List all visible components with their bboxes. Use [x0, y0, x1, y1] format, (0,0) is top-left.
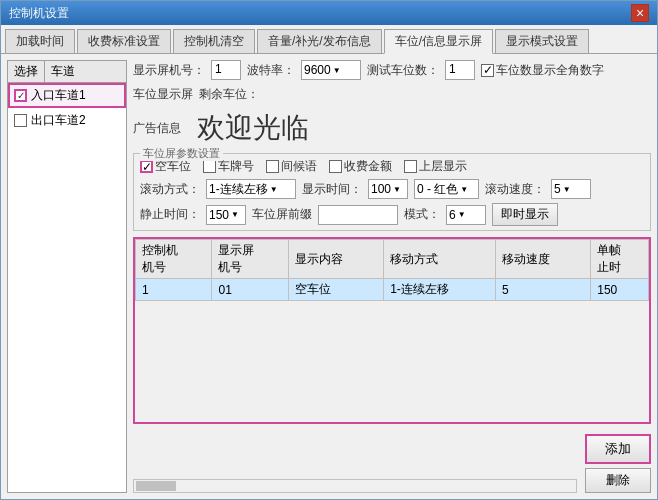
tab-parking-display[interactable]: 车位/信息显示屏 [384, 29, 493, 54]
lane-label-exit: 出口车道2 [31, 112, 86, 129]
cb-greeting[interactable]: 间候语 [266, 158, 317, 175]
baud-rate-arrow: ▼ [333, 66, 341, 75]
ad-info-value: 欢迎光临 [197, 109, 309, 147]
display-time-select[interactable]: 100 ▼ [368, 179, 408, 199]
scroll-speed-arrow: ▼ [563, 185, 571, 194]
static-time-select[interactable]: 150 ▼ [206, 205, 246, 225]
col-move-type: 移动方式 [384, 240, 496, 279]
cb-fee[interactable]: 收费金额 [329, 158, 392, 175]
col-controller: 控制机机号 [136, 240, 212, 279]
mode-label: 模式： [404, 206, 440, 223]
lane-checkbox-exit[interactable] [14, 114, 27, 127]
color-select[interactable]: 0 - 红色 ▼ [414, 179, 479, 199]
test-count-label: 测试车位数： [367, 62, 439, 79]
lane-col-header: 车道 [45, 61, 81, 82]
cb-empty-space-check: ✓ [142, 160, 152, 174]
close-button[interactable]: × [631, 4, 649, 22]
tab-volume[interactable]: 音量/补光/发布信息 [257, 29, 382, 53]
baud-rate-value: 9600 [304, 63, 331, 77]
table-header-row: 控制机机号 显示屏机号 显示内容 移动方式 移动速度 单帧止时 [136, 240, 649, 279]
cb-upper-label: 上层显示 [419, 158, 467, 175]
test-count-input[interactable]: 1 [445, 60, 475, 80]
prefix-input[interactable] [318, 205, 398, 225]
cell-speed: 5 [496, 279, 591, 301]
scroll-mode-label: 滚动方式： [140, 181, 200, 198]
cb-plate-label: 车牌号 [218, 158, 254, 175]
cb-plate-box [203, 160, 216, 173]
display-screen-value: 1 [215, 62, 222, 76]
scroll-speed-value: 5 [554, 182, 561, 196]
cell-content: 空车位 [288, 279, 383, 301]
right-panel: 显示屏机号： 1 波特率： 9600 ▼ 测试车位数： 1 ✓ 车位数显示 [133, 60, 651, 493]
tab-bar: 加载时间 收费标准设置 控制机清空 音量/补光/发布信息 车位/信息显示屏 显示… [1, 25, 657, 54]
action-buttons: 添加 删除 [585, 434, 651, 493]
delete-button[interactable]: 删除 [585, 468, 651, 493]
static-time-label: 静止时间： [140, 206, 200, 223]
tab-clear[interactable]: 控制机清空 [173, 29, 255, 53]
lane-label-entry: 入口车道1 [31, 87, 86, 104]
full-angle-checkbox[interactable]: ✓ 车位数显示全角数字 [481, 62, 604, 79]
tab-display-mode[interactable]: 显示模式设置 [495, 29, 589, 53]
lane-row-exit[interactable]: 出口车道2 [8, 108, 126, 133]
scroll-mode-arrow: ▼ [270, 185, 278, 194]
display-time-arrow: ▼ [393, 185, 401, 194]
scroll-speed-select[interactable]: 5 ▼ [551, 179, 591, 199]
lane-panel: 选择 车道 ✓ 入口车道1 出口车道2 [7, 60, 127, 493]
scroll-mode-select[interactable]: 1-连续左移 ▼ [206, 179, 296, 199]
data-table: 控制机机号 显示屏机号 显示内容 移动方式 移动速度 单帧止时 1 01 空车位 [135, 239, 649, 301]
static-time-arrow: ▼ [231, 210, 239, 219]
cb-upper[interactable]: 上层显示 [404, 158, 467, 175]
ad-info-row: 广告信息 欢迎光临 [133, 109, 651, 147]
param-section-title: 车位屏参数设置 [140, 146, 223, 161]
title-bar: 控制机设置 × [1, 1, 657, 25]
cb-empty-space-box: ✓ [140, 160, 153, 173]
col-speed: 移动速度 [496, 240, 591, 279]
lane-row-entry[interactable]: ✓ 入口车道1 [8, 83, 126, 108]
static-row: 静止时间： 150 ▼ 车位屏前缀 模式： 6 ▼ 即时显示 [140, 203, 644, 226]
mode-value: 6 [449, 208, 456, 222]
cb-fee-box [329, 160, 342, 173]
instant-display-button[interactable]: 即时显示 [492, 203, 558, 226]
param-section: 车位屏参数设置 ✓ 空车位 车牌号 [133, 153, 651, 231]
static-time-value: 150 [209, 208, 229, 222]
cb-fee-label: 收费金额 [344, 158, 392, 175]
main-content: 选择 车道 ✓ 入口车道1 出口车道2 显示屏机号： [1, 54, 657, 499]
ad-info-label: 广告信息 [133, 120, 181, 137]
tab-fee-standard[interactable]: 收费标准设置 [77, 29, 171, 53]
add-button[interactable]: 添加 [585, 434, 651, 464]
cell-controller: 1 [136, 279, 212, 301]
window-title: 控制机设置 [9, 5, 69, 22]
col-content: 显示内容 [288, 240, 383, 279]
cb-greeting-box [266, 160, 279, 173]
baud-rate-select[interactable]: 9600 ▼ [301, 60, 361, 80]
scrollbar-thumb [136, 481, 176, 491]
full-angle-label: 车位数显示全角数字 [496, 62, 604, 79]
table-row[interactable]: 1 01 空车位 1-连续左移 5 150 [136, 279, 649, 301]
main-window: 控制机设置 × 加载时间 收费标准设置 控制机清空 音量/补光/发布信息 车位/… [0, 0, 658, 500]
scroll-speed-label: 滚动速度： [485, 181, 545, 198]
scroll-mode-value: 1-连续左移 [209, 181, 268, 198]
horizontal-scrollbar[interactable] [133, 479, 577, 493]
lane-checkbox-entry[interactable]: ✓ [14, 89, 27, 102]
cell-move-type: 1-连续左移 [384, 279, 496, 301]
col-frame: 单帧止时 [591, 240, 649, 279]
car-display-row: 车位显示屏 剩余车位： [133, 86, 651, 103]
prefix-label: 车位屏前缀 [252, 206, 312, 223]
color-value: 0 - 红色 [417, 181, 458, 198]
data-table-wrapper: 控制机机号 显示屏机号 显示内容 移动方式 移动速度 单帧止时 1 01 空车位 [133, 237, 651, 424]
screen-settings-row: 显示屏机号： 1 波特率： 9600 ▼ 测试车位数： 1 ✓ 车位数显示 [133, 60, 651, 80]
select-col-header: 选择 [8, 61, 45, 82]
cell-frame-time: 150 [591, 279, 649, 301]
test-count-value: 1 [449, 62, 456, 76]
mode-arrow: ▼ [458, 210, 466, 219]
display-time-value: 100 [371, 182, 391, 196]
col-screen: 显示屏机号 [212, 240, 288, 279]
baud-rate-label: 波特率： [247, 62, 295, 79]
full-angle-cb-box: ✓ [481, 64, 494, 77]
mode-select[interactable]: 6 ▼ [446, 205, 486, 225]
tab-load-time[interactable]: 加载时间 [5, 29, 75, 53]
display-time-label: 显示时间： [302, 181, 362, 198]
cell-screen: 01 [212, 279, 288, 301]
display-screen-input[interactable]: 1 [211, 60, 241, 80]
checkmark-entry: ✓ [17, 90, 25, 101]
